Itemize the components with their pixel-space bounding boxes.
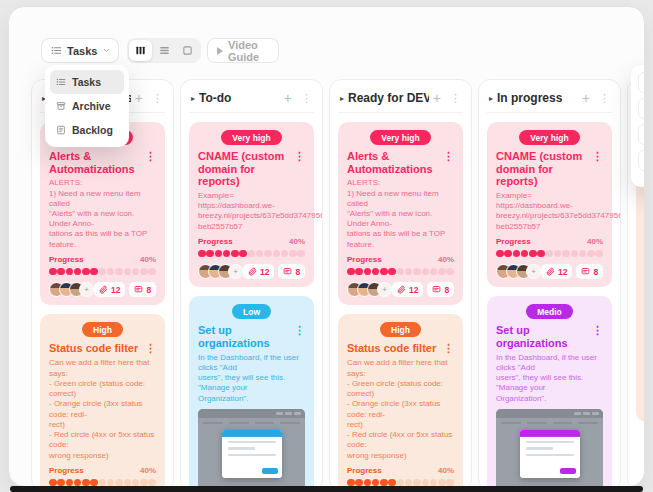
progress-percent: 40%	[140, 466, 156, 475]
task-card[interactable]: Set up organizations ⋮ In the Dashboard,…	[636, 177, 645, 423]
card-context-menu	[631, 65, 645, 187]
task-card[interactable]: High Status code filter ⋮ Can we add a f…	[338, 314, 463, 487]
card-title: CNAME (custom domain for reports)	[198, 150, 290, 188]
board-view-button[interactable]	[176, 40, 199, 61]
column-menu-icon[interactable]: ⋮	[599, 92, 610, 105]
assignee-avatars: +	[198, 264, 243, 279]
paperclip-icon	[99, 285, 108, 294]
attachments-count: 12	[558, 267, 567, 277]
comments-chip[interactable]: 8	[576, 264, 603, 279]
menu-item-tasks[interactable]: Tasks	[50, 70, 124, 94]
more-assignees-button[interactable]: +	[79, 282, 94, 297]
priority-badge: High	[380, 322, 421, 337]
progress-label: Progress	[496, 237, 531, 246]
task-card[interactable]: Very high Alerts & Automatizations ⋮ ALE…	[338, 122, 463, 305]
card-menu-icon[interactable]: ⋮	[592, 150, 603, 163]
collapse-triangle-icon[interactable]: ▸	[191, 94, 195, 103]
attachments-chip[interactable]: 12	[94, 282, 125, 297]
collapse-triangle-icon[interactable]: ▸	[340, 94, 344, 103]
archive-icon	[56, 101, 66, 111]
menu-item-label: Backlog	[72, 124, 113, 136]
comments-chip[interactable]: 8	[427, 282, 454, 297]
layout-switcher	[127, 38, 201, 63]
thumb-browser-bar	[198, 409, 305, 418]
progress-percent: 40%	[140, 255, 156, 264]
context-menu-item[interactable]	[638, 150, 645, 171]
view-selector[interactable]: Tasks	[41, 38, 119, 63]
task-card[interactable]: Very high Alerts & Automatizations ⋮ ALE…	[40, 122, 165, 305]
column-menu-icon[interactable]: ⋮	[301, 92, 312, 105]
task-card[interactable]: Very high CNAME (custom domain for repor…	[189, 122, 314, 287]
attachments-count: 12	[260, 267, 269, 277]
menu-item-label: Tasks	[72, 76, 101, 88]
task-card[interactable]: Low Set up organizations ⋮ In the Dashbo…	[189, 296, 314, 487]
attachments-chip[interactable]: 12	[541, 264, 572, 279]
card-menu-icon[interactable]: ⋮	[294, 150, 305, 163]
menu-item-archive[interactable]: Archive	[50, 94, 124, 118]
play-icon	[217, 47, 223, 55]
list-view-button[interactable]	[153, 40, 176, 61]
attachments-chip[interactable]: 12	[243, 264, 274, 279]
list-icon	[51, 45, 62, 56]
window-bottom-edge	[10, 486, 643, 492]
card-description: ALERTS: 1) Need a new menu item called "…	[347, 178, 454, 250]
menu-item-label: Archive	[72, 100, 111, 112]
card-menu-icon[interactable]: ⋮	[443, 150, 454, 163]
attachments-count: 12	[111, 285, 120, 295]
more-assignees-button[interactable]: +	[526, 264, 541, 279]
collapse-triangle-icon[interactable]: ▸	[489, 94, 493, 103]
card-menu-icon[interactable]: ⋮	[443, 342, 454, 355]
board-column: ▸ In progress + ⋮ Very high CNAME (custo…	[478, 79, 621, 487]
task-card[interactable]: Medio Set up organizations ⋮ In the Dash…	[487, 296, 612, 487]
priority-badge: Medio	[526, 304, 573, 319]
progress-dots	[496, 250, 603, 258]
progress-label: Progress	[198, 237, 233, 246]
backlog-icon	[56, 125, 66, 135]
list-icon	[56, 77, 66, 87]
more-assignees-button[interactable]: +	[377, 282, 392, 297]
progress-label: Progress	[347, 255, 382, 264]
priority-badge: Very high	[370, 130, 430, 145]
context-menu-item[interactable]	[638, 124, 645, 145]
assignee-avatars: +	[496, 264, 541, 279]
priority-badge: Low	[232, 304, 271, 319]
comments-chip[interactable]: 8	[129, 282, 156, 297]
progress-dots	[49, 268, 156, 276]
comment-icon	[581, 267, 590, 276]
card-description: In the Dashboard, if the user clicks "Ad…	[496, 353, 603, 404]
attachments-chip[interactable]: 12	[392, 282, 423, 297]
add-card-icon[interactable]: +	[582, 90, 590, 106]
add-card-icon[interactable]: +	[433, 90, 441, 106]
column-menu-icon[interactable]: ⋮	[152, 92, 163, 105]
context-menu-item[interactable]	[638, 98, 645, 119]
progress-label: Progress	[49, 466, 84, 475]
more-assignees-button[interactable]: +	[228, 264, 243, 279]
video-guide-button[interactable]: Video Guide	[207, 38, 279, 63]
app-window: Tasks Video Guide	[8, 6, 645, 487]
card-title: Alerts & Automatizations	[49, 150, 141, 175]
comment-icon	[432, 285, 441, 294]
add-card-icon[interactable]: +	[284, 90, 292, 106]
column-menu-icon[interactable]: ⋮	[450, 92, 461, 105]
card-menu-icon[interactable]: ⋮	[145, 150, 156, 163]
card-menu-icon[interactable]: ⋮	[145, 342, 156, 355]
kanban-view-button[interactable]	[129, 40, 152, 61]
card-description: ALERTS: 1) Need a new menu item called "…	[49, 178, 156, 250]
progress-percent: 40%	[587, 237, 603, 246]
board-column: ▸ Ready for DEV + ⋮ Very high Alerts & A…	[329, 79, 472, 487]
priority-badge: High	[82, 322, 123, 337]
paperclip-icon	[397, 285, 406, 294]
context-menu-item[interactable]	[638, 72, 645, 93]
task-card[interactable]: Very high CNAME (custom domain for repor…	[487, 122, 612, 287]
card-menu-icon[interactable]: ⋮	[592, 324, 603, 337]
progress-percent: 40%	[438, 466, 454, 475]
thumb-modal	[222, 430, 282, 478]
priority-badge: Very high	[221, 130, 281, 145]
comments-chip[interactable]: 8	[278, 264, 305, 279]
task-card[interactable]: High Status code filter ⋮ Can we add a f…	[40, 314, 165, 487]
progress-label: Progress	[49, 255, 84, 264]
add-card-icon[interactable]: +	[135, 90, 143, 106]
menu-item-backlog[interactable]: Backlog	[50, 118, 124, 142]
board-column: ▸ To-do + ⋮ Very high CNAME (custom doma…	[180, 79, 323, 487]
card-menu-icon[interactable]: ⋮	[294, 324, 305, 337]
